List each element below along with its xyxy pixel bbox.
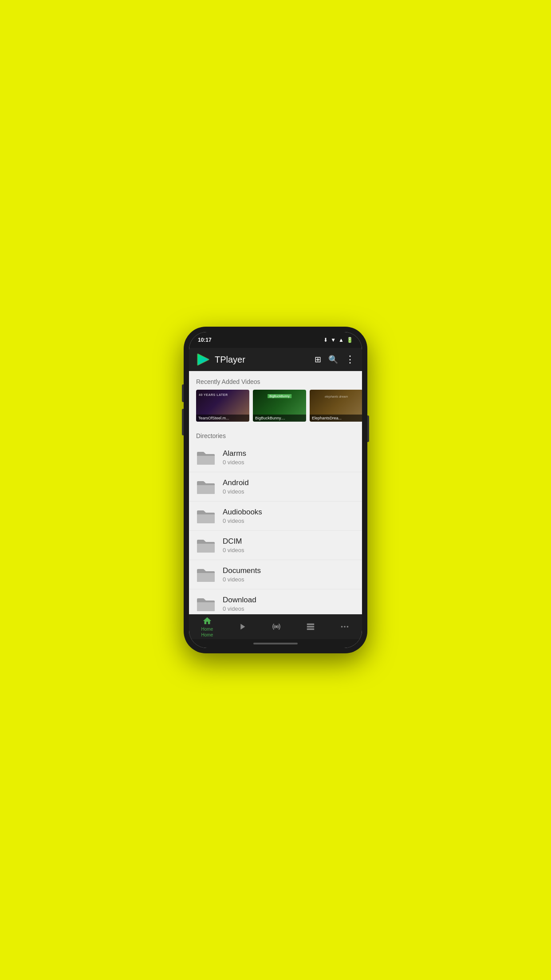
grid-icon[interactable]: ⊞	[315, 355, 321, 364]
notch	[249, 332, 302, 344]
svg-rect-3	[307, 624, 315, 625]
signal-icon: ▲	[338, 337, 344, 343]
dir-info-audiobooks: Audiobooks 0 videos	[223, 508, 262, 524]
svg-point-2	[276, 626, 278, 628]
video-thumb-elephants-dream[interactable]: elephants dream ElephantsDrea...	[310, 390, 362, 422]
dir-info-alarms: Alarms 0 videos	[223, 449, 246, 466]
dir-info-dcim: DCIM 0 videos	[223, 537, 244, 553]
nav-storage[interactable]	[300, 620, 321, 633]
video-thumb-tears-of-steel[interactable]: 40 YEARS LATER TearsOfSteel.m...	[196, 390, 249, 422]
time-display: 10:17	[198, 337, 212, 343]
nav-more[interactable]	[335, 620, 355, 633]
stream-nav-icon	[272, 622, 281, 632]
thumb-label-3: ElephantsDrea...	[310, 415, 362, 422]
nav-home[interactable]: Home Home	[196, 614, 219, 639]
dir-count-dcim: 0 videos	[223, 547, 244, 553]
main-content: Recently Added Videos 40 YEARS LATER Tea…	[189, 371, 362, 614]
download-status-icon: ⬇	[323, 337, 328, 343]
volume-down-button	[182, 409, 184, 435]
directories-header: Directories	[189, 429, 362, 443]
directories-list: Alarms 0 videos Android 0 videos	[189, 443, 362, 614]
wifi-icon: ▼	[331, 337, 336, 343]
dir-name-download: Download	[223, 596, 256, 605]
dir-count-download: 0 videos	[223, 605, 256, 612]
home-indicator	[189, 639, 362, 648]
home-bar	[253, 643, 298, 644]
power-button	[367, 415, 369, 442]
app-logo-icon	[196, 352, 210, 367]
directory-item-audiobooks[interactable]: Audiobooks 0 videos	[189, 502, 362, 531]
directory-item-download[interactable]: Download 0 videos	[189, 589, 362, 614]
svg-point-7	[344, 626, 346, 628]
volume-up-button	[182, 384, 184, 402]
nav-stream[interactable]	[266, 620, 287, 633]
dir-name-dcim: DCIM	[223, 537, 244, 546]
folder-icon-android	[196, 479, 216, 495]
more-options-icon[interactable]: ⋮	[345, 354, 355, 365]
more-nav-icon	[340, 622, 350, 632]
dir-info-documents: Documents 0 videos	[223, 566, 261, 583]
phone-screen: 10:17 ⬇ ▼ ▲ 🔋 TPlayer	[189, 332, 362, 648]
nav-home-label: Home	[201, 627, 213, 632]
nav-videos[interactable]	[232, 620, 252, 633]
dir-name-alarms: Alarms	[223, 449, 246, 458]
bottom-navigation: Home Home	[189, 614, 362, 639]
video-thumb-big-buck-bunny[interactable]: BigBuckBunny BigBuckBunny....	[253, 390, 306, 422]
app-bar-actions: ⊞ 🔍 ⋮	[315, 354, 355, 365]
phone-device: 10:17 ⬇ ▼ ▲ 🔋 TPlayer	[184, 327, 367, 653]
dir-name-android: Android	[223, 478, 249, 487]
dir-info-android: Android 0 videos	[223, 478, 249, 495]
dir-name-audiobooks: Audiobooks	[223, 508, 262, 517]
nav-home-label: Home	[201, 632, 213, 637]
play-nav-icon	[237, 622, 247, 632]
svg-point-6	[341, 626, 343, 628]
video-thumbnails-row: 40 YEARS LATER TearsOfSteel.m... BigBuck…	[189, 390, 362, 429]
directory-item-dcim[interactable]: DCIM 0 videos	[189, 531, 362, 560]
directory-item-android[interactable]: Android 0 videos	[189, 472, 362, 502]
folder-icon-documents	[196, 567, 216, 583]
directory-item-documents[interactable]: Documents 0 videos	[189, 560, 362, 589]
svg-rect-5	[307, 628, 315, 630]
directory-item-alarms[interactable]: Alarms 0 videos	[189, 443, 362, 472]
app-bar: TPlayer ⊞ 🔍 ⋮	[189, 348, 362, 371]
search-icon[interactable]: 🔍	[328, 355, 338, 364]
home-nav-icon	[202, 616, 212, 626]
thumb-label-2: BigBuckBunny....	[253, 415, 306, 422]
dir-count-android: 0 videos	[223, 488, 249, 495]
status-bar: 10:17 ⬇ ▼ ▲ 🔋	[189, 332, 362, 348]
dir-count-audiobooks: 0 videos	[223, 518, 262, 524]
thumb-label-1: TearsOfSteel.m...	[196, 415, 249, 422]
status-icons: ⬇ ▼ ▲ 🔋	[323, 337, 353, 343]
recently-added-header: Recently Added Videos	[189, 371, 362, 390]
dir-count-documents: 0 videos	[223, 576, 261, 583]
svg-rect-4	[307, 626, 315, 628]
tears-overlay-text: 40 YEARS LATER	[199, 393, 228, 396]
folder-icon-download	[196, 596, 216, 612]
dir-name-documents: Documents	[223, 566, 261, 575]
svg-marker-1	[198, 354, 209, 365]
elephants-overlay: elephants dream	[325, 395, 348, 398]
folder-icon-dcim	[196, 537, 216, 553]
app-title: TPlayer	[215, 355, 315, 365]
folder-icon-audiobooks	[196, 508, 216, 524]
battery-icon: 🔋	[346, 337, 353, 343]
svg-point-8	[347, 626, 349, 628]
bunny-badge: BigBuckBunny	[268, 394, 291, 398]
storage-nav-icon	[306, 622, 315, 632]
dir-count-alarms: 0 videos	[223, 459, 246, 466]
dir-info-download: Download 0 videos	[223, 596, 256, 612]
folder-icon-alarms	[196, 450, 216, 466]
